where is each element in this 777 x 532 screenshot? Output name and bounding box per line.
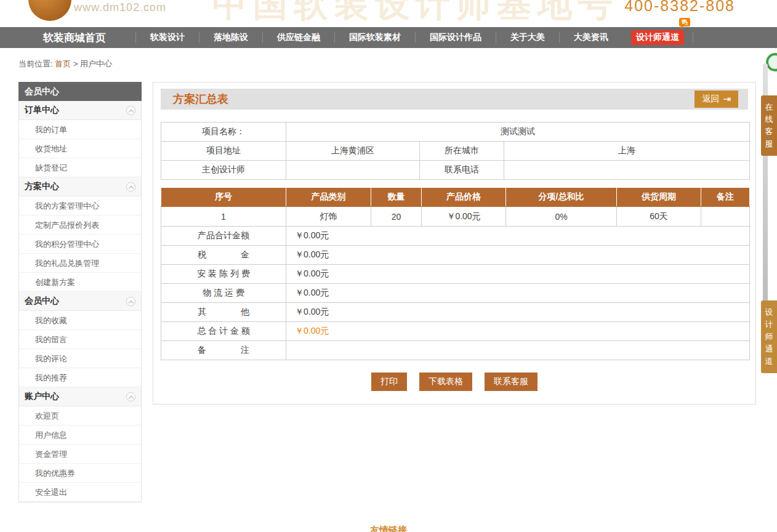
table-row: 安 装 陈 列 费￥0.00元 (161, 265, 750, 284)
table-row: 序号产品类别数量产品价格分项/总和比供货周期备注 (161, 188, 750, 207)
breadcrumb: 当前位置: 首页 > 用户中心 (18, 58, 112, 70)
column-header: 分项/总和比 (506, 188, 617, 207)
sidebar-group-label: 订单中心 (25, 105, 59, 116)
breadcrumb-prefix: 当前位置: (18, 59, 53, 68)
back-button[interactable]: 返回 ⇥ (694, 91, 738, 108)
sidebar-item[interactable]: 我的收藏 (19, 311, 141, 330)
site-url: www.dm102.com (74, 1, 166, 14)
sidebar-item[interactable]: 创建新方案 (19, 273, 141, 292)
column-header: 产品价格 (422, 188, 506, 207)
summary-label: 产品合计金额 (161, 227, 286, 246)
sidebar-item[interactable]: 缺货登记 (19, 158, 141, 177)
cell: 灯饰 (286, 207, 371, 227)
summary-label: 物 流 运 费 (161, 284, 286, 303)
project-name-value: 测试测试 (286, 123, 750, 142)
sidebar-item[interactable]: 定制产品报价列表 (19, 216, 141, 235)
summary-label: 总 合 计 金 额 (161, 322, 286, 341)
sidebar-item[interactable]: 用户信息 (19, 425, 141, 445)
sidebar-group-label: 会员中心 (25, 296, 59, 307)
summary-value: ￥0.00元 (286, 322, 750, 341)
cell (701, 207, 750, 227)
table-row: 1灯饰20￥0.00元0%60天 (161, 207, 750, 227)
sidebar-item[interactable]: 我的方案管理中心 (19, 196, 141, 216)
sidebar-item[interactable]: 我的留言 (19, 330, 141, 349)
main-nav: 软装商城首页 软装设计落地陈设供应链金融国际软装素材国际设计作品关于大美大美资讯… (0, 27, 777, 48)
sidebar-item[interactable]: 我的优惠券 (19, 464, 141, 483)
action-buttons-row: 打印下载表格联系客服 (153, 373, 755, 391)
sidebar-item[interactable]: 我的评论 (19, 349, 141, 368)
online-service-tab[interactable]: 在线客服 (761, 95, 777, 156)
designer-label: 主创设计师 (161, 161, 286, 180)
sidebar-group-header-0[interactable]: 订单中心 (19, 101, 141, 120)
breadcrumb-current: 用户中心 (80, 59, 112, 68)
nav-item-mall-home[interactable]: 软装商城首页 (43, 31, 106, 45)
sidebar-group-label: 方案中心 (25, 181, 59, 192)
cell: ￥0.00元 (422, 207, 506, 227)
sidebar-item[interactable]: 我的礼品兑换管理 (19, 254, 141, 273)
chevron-up-icon (126, 297, 135, 306)
summary-value: ￥0.00元 (286, 303, 750, 322)
nav-item-0[interactable]: 软装设计 (136, 32, 199, 43)
nav-item-4[interactable]: 国际设计作品 (416, 32, 496, 43)
summary-label: 安 装 陈 列 费 (161, 265, 286, 284)
sidebar-item[interactable]: 收货地址 (19, 139, 141, 158)
sidebar-group-header-3[interactable]: 账户中心 (19, 387, 141, 406)
city-label: 所在城市 (420, 142, 504, 161)
sidebar-item[interactable]: 资金管理 (19, 445, 141, 464)
table-row: 备 注 (161, 341, 750, 360)
nav-item-2[interactable]: 供应链金融 (263, 32, 334, 43)
summary-value (286, 341, 750, 360)
cell: 20 (371, 207, 422, 227)
sidebar-group-header-2[interactable]: 会员中心 (19, 292, 141, 311)
nav-designer-channel-button[interactable]: 设计师通道 热 (631, 30, 684, 45)
product-table-body: 1灯饰20￥0.00元0%60天 (161, 207, 750, 227)
table-row: 物 流 运 费￥0.00元 (161, 284, 750, 303)
nav-item-5[interactable]: 关于大美 (496, 32, 559, 43)
breadcrumb-home-link[interactable]: 首页 (55, 59, 71, 68)
sidebar-groups: 订单中心我的订单收货地址缺货登记方案中心我的方案管理中心定制产品报价列表我的积分… (19, 101, 141, 502)
contact-service-button[interactable]: 联系客服 (485, 373, 537, 391)
nav-item-3[interactable]: 国际软装素材 (335, 32, 415, 43)
contact-value (504, 161, 750, 180)
sidebar-item[interactable]: 我的推荐 (19, 368, 141, 387)
project-info-table: 项目名称： 测试测试 项目地址 上海黄浦区 所在城市 上海 主创设计师 联系电话 (161, 122, 750, 180)
designer-channel-tab[interactable]: 设计师通道 (761, 300, 777, 373)
city-value: 上海 (504, 142, 750, 161)
sidebar-item[interactable]: 我的订单 (19, 120, 141, 139)
sidebar-item[interactable]: 安全退出 (19, 483, 141, 502)
table-row: 项目名称： 测试测试 (161, 123, 750, 142)
sidebar-item[interactable]: 欢迎页 (19, 406, 141, 425)
member-sidebar: 会员中心 订单中心我的订单收货地址缺货登记方案中心我的方案管理中心定制产品报价列… (18, 82, 142, 502)
chevron-up-icon (126, 392, 135, 401)
table-row: 项目地址 上海黄浦区 所在城市 上海 (161, 142, 750, 161)
plan-summary-panel: 方案汇总表 返回 ⇥ 项目名称： 测试测试 项目地址 上海黄浦区 所在城市 上海… (153, 82, 756, 405)
column-header: 供货周期 (617, 188, 701, 207)
summary-value: ￥0.00元 (286, 265, 750, 284)
print-button[interactable]: 打印 (371, 373, 407, 391)
top-header: www.dm102.com 中国软装设计师基地号 400-8382-808 (0, 0, 777, 27)
summary-value: ￥0.00元 (286, 227, 750, 246)
summary-label: 税 金 (161, 246, 286, 265)
column-header: 数量 (371, 188, 422, 207)
project-name-label: 项目名称： (161, 123, 286, 142)
panel-titlebar: 方案汇总表 返回 ⇥ (161, 89, 748, 110)
table-row: 主创设计师 联系电话 (161, 161, 750, 180)
table-row: 其 他￥0.00元 (161, 303, 750, 322)
nav-item-1[interactable]: 落地陈设 (199, 32, 262, 43)
hotline-phone: 400-8382-808 (624, 0, 735, 15)
sidebar-group-header-1[interactable]: 方案中心 (19, 177, 141, 196)
nav-item-6[interactable]: 大美资讯 (560, 32, 622, 43)
sidebar-title: 会员中心 (18, 82, 142, 101)
table-row: 产品合计金额￥0.00元 (161, 227, 750, 246)
download-table-button[interactable]: 下载表格 (419, 373, 472, 391)
summary-label: 备 注 (161, 341, 286, 360)
nav-designer-channel-label: 设计师通道 (636, 32, 679, 42)
site-logo[interactable] (28, 0, 71, 21)
summary-label: 其 他 (161, 303, 286, 322)
breadcrumb-separator: > (73, 59, 78, 68)
sidebar-item[interactable]: 我的积分管理中心 (19, 235, 141, 254)
table-row: 税 金￥0.00元 (161, 246, 750, 265)
nav-separator (693, 32, 693, 43)
address-value: 上海黄浦区 (286, 142, 420, 161)
nav-menu: 软装设计落地陈设供应链金融国际软装素材国际设计作品关于大美大美资讯 (135, 27, 622, 48)
